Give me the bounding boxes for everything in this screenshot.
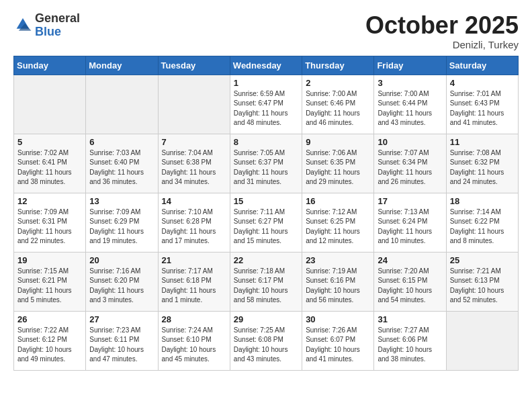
day-number: 15 xyxy=(234,196,298,206)
month-title: October 2025 xyxy=(365,12,519,39)
day-info: Sunrise: 7:03 AM Sunset: 6:40 PM Dayligh… xyxy=(89,148,154,187)
day-cell: 22Sunrise: 7:18 AM Sunset: 6:17 PM Dayli… xyxy=(230,252,302,311)
day-header-tuesday: Tuesday xyxy=(158,56,230,75)
week-row-2: 12Sunrise: 7:09 AM Sunset: 6:31 PM Dayli… xyxy=(14,193,519,252)
week-row-4: 26Sunrise: 7:22 AM Sunset: 6:12 PM Dayli… xyxy=(14,311,519,370)
day-info: Sunrise: 7:27 AM Sunset: 6:06 PM Dayligh… xyxy=(378,326,442,365)
day-info: Sunrise: 7:07 AM Sunset: 6:34 PM Dayligh… xyxy=(378,148,442,187)
day-header-sunday: Sunday xyxy=(14,56,86,75)
day-cell: 1Sunrise: 6:59 AM Sunset: 6:47 PM Daylig… xyxy=(230,75,302,134)
header: General Blue October 2025 Denizli, Turke… xyxy=(13,12,519,50)
day-number: 31 xyxy=(378,314,442,324)
day-header-thursday: Thursday xyxy=(302,56,374,75)
day-cell: 21Sunrise: 7:17 AM Sunset: 6:18 PM Dayli… xyxy=(158,252,230,311)
day-cell: 17Sunrise: 7:13 AM Sunset: 6:24 PM Dayli… xyxy=(374,193,446,252)
day-cell: 14Sunrise: 7:10 AM Sunset: 6:28 PM Dayli… xyxy=(158,193,230,252)
day-info: Sunrise: 7:24 AM Sunset: 6:10 PM Dayligh… xyxy=(162,326,226,365)
day-number: 27 xyxy=(89,314,154,324)
day-info: Sunrise: 7:19 AM Sunset: 6:16 PM Dayligh… xyxy=(306,267,370,306)
day-number: 19 xyxy=(17,255,82,265)
day-info: Sunrise: 7:16 AM Sunset: 6:20 PM Dayligh… xyxy=(89,267,154,306)
day-cell: 7Sunrise: 7:04 AM Sunset: 6:38 PM Daylig… xyxy=(158,134,230,193)
day-cell xyxy=(86,75,158,134)
day-cell: 20Sunrise: 7:16 AM Sunset: 6:20 PM Dayli… xyxy=(86,252,158,311)
day-header-wednesday: Wednesday xyxy=(230,56,302,75)
day-info: Sunrise: 7:14 AM Sunset: 6:22 PM Dayligh… xyxy=(450,208,515,246)
day-info: Sunrise: 7:01 AM Sunset: 6:43 PM Dayligh… xyxy=(450,89,515,128)
day-cell: 5Sunrise: 7:02 AM Sunset: 6:41 PM Daylig… xyxy=(14,134,86,193)
day-number: 17 xyxy=(378,196,442,206)
day-info: Sunrise: 7:05 AM Sunset: 6:37 PM Dayligh… xyxy=(234,148,298,187)
day-info: Sunrise: 7:20 AM Sunset: 6:15 PM Dayligh… xyxy=(378,267,442,306)
day-cell: 27Sunrise: 7:23 AM Sunset: 6:11 PM Dayli… xyxy=(86,311,158,370)
day-info: Sunrise: 6:59 AM Sunset: 6:47 PM Dayligh… xyxy=(234,89,298,128)
day-cell: 23Sunrise: 7:19 AM Sunset: 6:16 PM Dayli… xyxy=(302,252,374,311)
logo-blue: Blue xyxy=(35,25,61,38)
day-number: 8 xyxy=(234,137,298,147)
day-cell: 9Sunrise: 7:06 AM Sunset: 6:35 PM Daylig… xyxy=(302,134,374,193)
day-cell: 26Sunrise: 7:22 AM Sunset: 6:12 PM Dayli… xyxy=(14,311,86,370)
day-cell: 18Sunrise: 7:14 AM Sunset: 6:22 PM Dayli… xyxy=(446,193,518,252)
day-cell: 10Sunrise: 7:07 AM Sunset: 6:34 PM Dayli… xyxy=(374,134,446,193)
week-row-0: 1Sunrise: 6:59 AM Sunset: 6:47 PM Daylig… xyxy=(14,75,519,134)
day-number: 16 xyxy=(306,196,370,206)
day-info: Sunrise: 7:26 AM Sunset: 6:07 PM Dayligh… xyxy=(306,326,370,365)
day-info: Sunrise: 7:11 AM Sunset: 6:27 PM Dayligh… xyxy=(234,208,298,246)
day-number: 9 xyxy=(306,137,370,147)
day-number: 12 xyxy=(17,196,82,206)
day-number: 11 xyxy=(450,137,515,147)
day-number: 20 xyxy=(89,255,154,265)
day-cell: 31Sunrise: 7:27 AM Sunset: 6:06 PM Dayli… xyxy=(374,311,446,370)
day-info: Sunrise: 7:09 AM Sunset: 6:31 PM Dayligh… xyxy=(17,208,82,246)
day-cell: 3Sunrise: 7:00 AM Sunset: 6:44 PM Daylig… xyxy=(374,75,446,134)
day-info: Sunrise: 7:15 AM Sunset: 6:21 PM Dayligh… xyxy=(17,267,82,306)
day-number: 6 xyxy=(89,137,154,147)
day-info: Sunrise: 7:21 AM Sunset: 6:13 PM Dayligh… xyxy=(450,267,515,306)
day-cell: 24Sunrise: 7:20 AM Sunset: 6:15 PM Dayli… xyxy=(374,252,446,311)
day-cell xyxy=(158,75,230,134)
day-info: Sunrise: 7:12 AM Sunset: 6:25 PM Dayligh… xyxy=(306,208,370,246)
day-header-friday: Friday xyxy=(374,56,446,75)
day-info: Sunrise: 7:00 AM Sunset: 6:46 PM Dayligh… xyxy=(306,89,370,128)
location-subtitle: Denizli, Turkey xyxy=(365,39,519,50)
day-info: Sunrise: 7:02 AM Sunset: 6:41 PM Dayligh… xyxy=(17,148,82,187)
day-cell: 29Sunrise: 7:25 AM Sunset: 6:08 PM Dayli… xyxy=(230,311,302,370)
day-cell: 6Sunrise: 7:03 AM Sunset: 6:40 PM Daylig… xyxy=(86,134,158,193)
day-info: Sunrise: 7:06 AM Sunset: 6:35 PM Dayligh… xyxy=(306,148,370,187)
day-info: Sunrise: 7:18 AM Sunset: 6:17 PM Dayligh… xyxy=(234,267,298,306)
day-info: Sunrise: 7:22 AM Sunset: 6:12 PM Dayligh… xyxy=(17,326,82,365)
day-number: 28 xyxy=(162,314,226,324)
day-number: 5 xyxy=(17,137,82,147)
day-cell: 13Sunrise: 7:09 AM Sunset: 6:29 PM Dayli… xyxy=(86,193,158,252)
day-number: 29 xyxy=(234,314,298,324)
day-cell: 2Sunrise: 7:00 AM Sunset: 6:46 PM Daylig… xyxy=(302,75,374,134)
day-cell: 12Sunrise: 7:09 AM Sunset: 6:31 PM Dayli… xyxy=(14,193,86,252)
day-info: Sunrise: 7:23 AM Sunset: 6:11 PM Dayligh… xyxy=(89,326,154,365)
day-cell: 30Sunrise: 7:26 AM Sunset: 6:07 PM Dayli… xyxy=(302,311,374,370)
title-block: October 2025 Denizli, Turkey xyxy=(365,12,519,50)
day-number: 26 xyxy=(17,314,82,324)
day-number: 3 xyxy=(378,78,442,88)
day-info: Sunrise: 7:10 AM Sunset: 6:28 PM Dayligh… xyxy=(162,208,226,246)
week-row-1: 5Sunrise: 7:02 AM Sunset: 6:41 PM Daylig… xyxy=(14,134,519,193)
day-number: 10 xyxy=(378,137,442,147)
day-cell: 19Sunrise: 7:15 AM Sunset: 6:21 PM Dayli… xyxy=(14,252,86,311)
logo-icon xyxy=(13,16,32,35)
day-number: 24 xyxy=(378,255,442,265)
calendar: SundayMondayTuesdayWednesdayThursdayFrid… xyxy=(13,56,519,371)
day-number: 7 xyxy=(162,137,226,147)
day-cell xyxy=(446,311,518,370)
day-number: 30 xyxy=(306,314,370,324)
day-cell: 16Sunrise: 7:12 AM Sunset: 6:25 PM Dayli… xyxy=(302,193,374,252)
day-header-saturday: Saturday xyxy=(446,56,518,75)
logo-text: General Blue xyxy=(35,12,80,39)
day-info: Sunrise: 7:04 AM Sunset: 6:38 PM Dayligh… xyxy=(162,148,226,187)
days-header-row: SundayMondayTuesdayWednesdayThursdayFrid… xyxy=(14,56,519,75)
day-number: 21 xyxy=(162,255,226,265)
day-cell xyxy=(14,75,86,134)
day-cell: 4Sunrise: 7:01 AM Sunset: 6:43 PM Daylig… xyxy=(446,75,518,134)
day-cell: 15Sunrise: 7:11 AM Sunset: 6:27 PM Dayli… xyxy=(230,193,302,252)
day-number: 14 xyxy=(162,196,226,206)
day-cell: 11Sunrise: 7:08 AM Sunset: 6:32 PM Dayli… xyxy=(446,134,518,193)
day-info: Sunrise: 7:00 AM Sunset: 6:44 PM Dayligh… xyxy=(378,89,442,128)
